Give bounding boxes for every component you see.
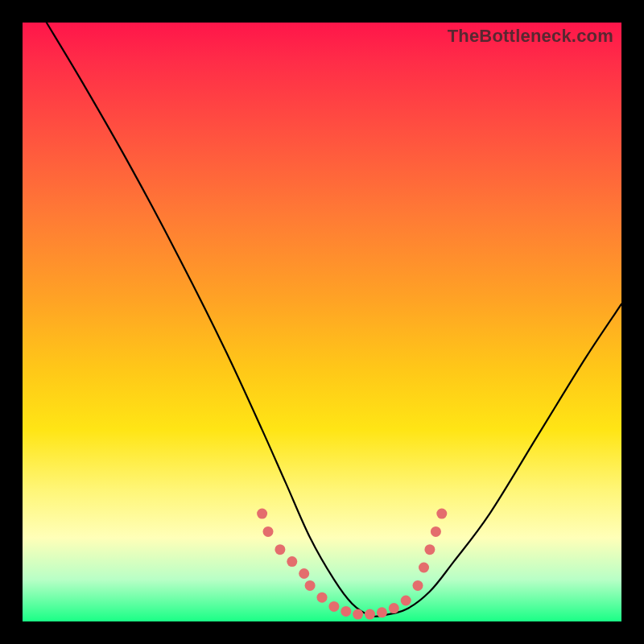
curve-marker <box>389 603 399 613</box>
curve-marker <box>328 601 339 612</box>
curve-marker <box>365 609 375 620</box>
chart-frame: TheBottleneck.com <box>0 0 644 644</box>
curve-marker <box>317 592 328 603</box>
curve-marker <box>341 606 351 617</box>
curve-marker <box>377 607 387 617</box>
curve-marker <box>424 544 435 555</box>
curve-marker <box>299 568 309 579</box>
curve-marker <box>436 509 447 519</box>
plot-area: TheBottleneck.com <box>23 23 621 621</box>
curve-marker <box>353 609 363 620</box>
curve-marker <box>431 526 441 537</box>
bottleneck-curve <box>47 23 621 617</box>
curve-marker <box>413 580 423 591</box>
curve-marker <box>287 556 297 567</box>
curve-marker <box>263 526 274 537</box>
curve-layer <box>23 23 621 621</box>
curve-marker <box>419 563 429 573</box>
curve-marker <box>275 544 285 555</box>
curve-marker <box>257 509 267 519</box>
curve-marker <box>401 596 411 606</box>
curve-marker <box>305 580 316 591</box>
